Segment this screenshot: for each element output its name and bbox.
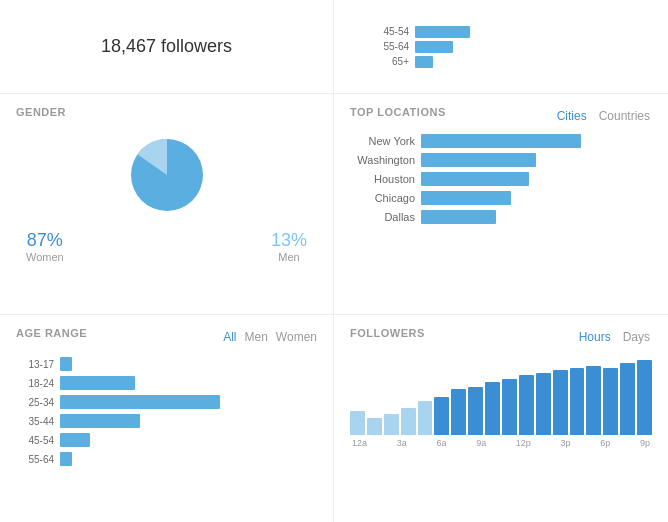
bar [570,368,585,435]
bar [586,366,601,435]
time-label: 3a [397,438,407,448]
time-label: 3p [561,438,571,448]
bar [384,414,399,435]
location-row: Chicago [350,191,652,205]
followers-summary: 18,467 followers [0,0,334,94]
tab-countries[interactable]: Countries [597,109,652,123]
bar [502,379,517,435]
time-label: 9p [640,438,650,448]
bar [603,368,618,435]
bar-group [451,389,466,435]
bar [468,387,483,435]
bar-group [603,368,618,435]
time-label: 9a [476,438,486,448]
bar [637,360,652,435]
bar-group [502,379,517,435]
bar-group [637,360,652,435]
bar [485,382,500,435]
time-labels: 12a3a6a9a12p3p6p9p [350,438,652,448]
followers-bar-chart [350,355,652,435]
followers-section: FOLLOWERS Hours Days 12a3a6a9a12p3p6p9p [334,315,668,522]
bar [553,370,568,435]
followers-chart-title: FOLLOWERS [350,327,425,339]
tab-hours[interactable]: Hours [577,330,613,344]
bar-group [586,366,601,435]
time-label: 12a [352,438,367,448]
age-top-row: 45-54 [374,26,656,38]
bar-group [620,363,635,435]
filter-men[interactable]: Men [245,330,268,344]
bar-group [384,414,399,435]
locations-title: TOP LOCATIONS [350,106,446,118]
age-row: 45-54 [16,433,317,447]
bar [418,401,433,435]
bar-group [485,382,500,435]
bar-group [553,370,568,435]
women-pct: 87% [26,230,64,251]
followers-count: 18,467 followers [101,36,232,57]
locations-list: New YorkWashingtonHoustonChicagoDallas [350,134,652,224]
bar [519,375,534,435]
time-label: 12p [516,438,531,448]
age-filter-group: All Men Women [223,330,317,344]
time-label: 6a [436,438,446,448]
men-label: Men [271,251,307,263]
followers-header: FOLLOWERS Hours Days [350,327,652,347]
age-range-section: AGE RANGE All Men Women 13-1718-2425-343… [0,315,334,522]
filter-all[interactable]: All [223,330,236,344]
age-range-list: 13-1718-2425-3435-4445-5455-64 [16,357,317,466]
men-stat: 13% Men [271,230,307,263]
age-top-row: 55-64 [374,41,656,53]
age-row: 13-17 [16,357,317,371]
location-row: New York [350,134,652,148]
dashboard: 18,467 followers 45-5455-6465+ GENDER [0,0,668,522]
age-row: 25-34 [16,395,317,409]
gender-section: GENDER 87% Women [0,94,334,315]
bar-group [468,387,483,435]
gender-title: GENDER [16,106,317,118]
bar [367,418,382,435]
bar [620,363,635,435]
locations-header: TOP LOCATIONS Cities Countries [350,106,652,126]
gender-content: 87% Women 13% Men [16,126,317,263]
age-range-title: AGE RANGE [16,327,87,339]
bar-group [367,418,382,435]
women-stat: 87% Women [26,230,64,263]
followers-tabs: Hours Days [577,330,652,344]
men-pct: 13% [271,230,307,251]
gender-stats: 87% Women 13% Men [16,230,317,263]
bar [401,408,416,435]
bar [350,411,365,435]
bar-group [536,373,551,436]
location-row: Dallas [350,210,652,224]
bar [451,389,466,435]
age-row: 18-24 [16,376,317,390]
filter-women[interactable]: Women [276,330,317,344]
time-label: 6p [600,438,610,448]
age-top-row: 65+ [374,56,656,68]
bar-group [519,375,534,435]
age-bar-top: 45-5455-6465+ [334,0,668,94]
gender-pie [122,130,212,220]
age-range-header: AGE RANGE All Men Women [16,327,317,347]
bar [536,373,551,436]
tab-days[interactable]: Days [621,330,652,344]
women-label: Women [26,251,64,263]
bar-group [401,408,416,435]
bar-group [418,401,433,435]
location-row: Houston [350,172,652,186]
locations-section: TOP LOCATIONS Cities Countries New YorkW… [334,94,668,315]
locations-tabs: Cities Countries [555,109,652,123]
tab-cities[interactable]: Cities [555,109,589,123]
bar-group [350,411,365,435]
location-row: Washington [350,153,652,167]
bar [434,397,449,435]
bar-group [570,368,585,435]
age-row: 55-64 [16,452,317,466]
bar-group [434,397,449,435]
age-row: 35-44 [16,414,317,428]
